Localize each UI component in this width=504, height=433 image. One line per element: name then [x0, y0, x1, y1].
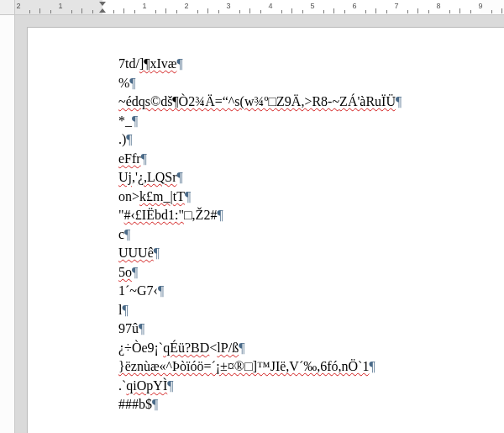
text-line[interactable]: UUUê¶: [118, 244, 504, 263]
text-run[interactable]: ,': [132, 170, 138, 184]
ruler-tick: [155, 10, 156, 13]
spellcheck-error[interactable]: ¿,LQSr: [138, 170, 177, 184]
ruler-tick: [470, 10, 471, 13]
ruler-tick: [50, 10, 51, 13]
ruler-tick: [134, 10, 135, 13]
text-line[interactable]: .`qiOpYÌ¶: [118, 377, 504, 396]
ruler-tick: [39, 8, 40, 13]
text-line[interactable]: 5o¶: [118, 263, 504, 283]
text-run[interactable]: 1´~G7‹: [118, 283, 158, 298]
text-run[interactable]: 97û: [118, 321, 139, 335]
ruler-tick: [81, 8, 82, 13]
text-line[interactable]: eFfr¶: [118, 150, 504, 169]
pilcrow-icon: ¶: [167, 378, 173, 393]
text-content[interactable]: 7td/]¶xIvæ¶%¶~édqs©dš¶Ò2¾Ä=“^s(w¾º□Z9Ä,>…: [118, 55, 504, 415]
pilcrow-icon: ¶: [154, 246, 160, 260]
workspace: 7td/]¶xIvæ¶%¶~édqs©dš¶Ò2¾Ä=“^s(w¾º□Z9Ä,>…: [15, 15, 504, 433]
pilcrow-icon: ¶: [158, 283, 164, 298]
ruler-corner: [0, 0, 15, 15]
text-run[interactable]: _: [125, 114, 132, 128]
vertical-ruler[interactable]: [0, 15, 15, 433]
spellcheck-error[interactable]: ZÁ'àRuÏÜ: [339, 94, 396, 108]
ruler-tick: [417, 8, 418, 13]
text-line[interactable]: "#‹£IËbd1:"□,Ž2#¶: [118, 206, 504, 225]
ruler-tick: [165, 8, 166, 13]
ruler-tick: [92, 10, 93, 13]
text-line[interactable]: 97û¶: [118, 319, 504, 339]
pilcrow-icon: ¶: [141, 151, 147, 166]
spellcheck-error[interactable]: k£m_: [139, 189, 170, 203]
spellcheck-error[interactable]: UUUê: [118, 246, 154, 260]
text-line[interactable]: %¶: [118, 74, 504, 93]
ruler-number: 2: [16, 2, 20, 10]
text-line[interactable]: 1´~G7‹¶: [118, 282, 504, 301]
ruler-tick: [197, 10, 198, 13]
spellcheck-error[interactable]: xIvæ: [150, 56, 176, 71]
text-line[interactable]: *_¶: [118, 112, 504, 131]
pilcrow-icon: ¶: [126, 132, 132, 146]
ruler-tick: [176, 10, 177, 13]
text-line[interactable]: ¿÷Òe9¡`qÉü?BD<lP/ß¶: [118, 339, 504, 358]
text-run[interactable]: <: [209, 341, 217, 355]
spellcheck-error[interactable]: eFfr: [118, 151, 141, 166]
ruler-number: 2: [184, 2, 188, 10]
ruler-number: 7: [394, 2, 398, 10]
ruler-number: 4: [268, 2, 272, 10]
text-run[interactable]: ###b$: [118, 397, 152, 411]
spellcheck-error[interactable]: }ëznùæ«^Þòïóö=´¡±¤®□]™JIë,V´‰,6fó,nÖ`1: [118, 359, 369, 373]
text-run[interactable]: *: [118, 114, 125, 128]
text-line[interactable]: }ëznùæ«^Þòïóö=´¡±¤®□]™JIë,V´‰,6fó,nÖ`1¶: [118, 357, 504, 377]
text-line[interactable]: l¶: [118, 301, 504, 320]
ruler-tick: [333, 8, 334, 13]
text-run[interactable]: □,Ž2#: [184, 208, 217, 222]
text-line[interactable]: ~édqs©dš¶Ò2¾Ä=“^s(w¾º□Z9Ä,>R8-~ZÁ'àRuÏÜ¶: [118, 92, 504, 112]
spellcheck-error[interactable]: Uj: [118, 170, 132, 184]
text-run[interactable]: on>: [118, 189, 139, 203]
spellcheck-error[interactable]: ~édqs©dš¶Ò2¾Ä=“^s(w¾º□Z9Ä,>R8-~: [118, 94, 339, 108]
text-line[interactable]: .)¶: [118, 130, 504, 150]
text-run[interactable]: %: [118, 76, 129, 90]
ruler-number: 3: [226, 2, 230, 10]
ruler-tick: [407, 10, 408, 13]
spellcheck-error[interactable]: qÉü?BD: [163, 341, 209, 355]
pilcrow-icon: ¶: [132, 114, 138, 128]
ruler-tick: [375, 8, 376, 13]
ruler-tick: [491, 10, 492, 13]
text-line[interactable]: 7td/]¶xIvæ¶: [118, 55, 504, 74]
ruler-tick: [218, 10, 219, 13]
text-run[interactable]: .`: [118, 378, 126, 393]
pilcrow-icon: ¶: [396, 94, 402, 108]
spellcheck-error[interactable]: lP/ß: [217, 341, 239, 355]
pilcrow-icon: ¶: [185, 189, 191, 203]
ruler-tick: [323, 10, 324, 13]
spellcheck-error[interactable]: qiOpYÌ: [126, 378, 167, 393]
page[interactable]: 7td/]¶xIvæ¶%¶~édqs©dš¶Ò2¾Ä=“^s(w¾º□Z9Ä,>…: [27, 27, 504, 433]
ruler-tick: [449, 10, 450, 13]
pilcrow-icon: ¶: [139, 321, 144, 335]
horizontal-ruler[interactable]: 21123456789: [15, 0, 504, 15]
spellcheck-error[interactable]: #‹£IËbd1:": [124, 208, 184, 222]
text-line[interactable]: Uj,'¿,LQSr¶: [118, 168, 504, 187]
ruler-tick: [501, 8, 502, 13]
text-run[interactable]: ¿÷Òe9¡`: [118, 341, 163, 355]
spellcheck-error[interactable]: 5o: [118, 265, 132, 279]
first-line-indent-marker[interactable]: [99, 2, 106, 6]
ruler-tick: [281, 10, 282, 13]
left-indent-marker[interactable]: [99, 8, 106, 13]
spellcheck-error[interactable]: ]¶: [139, 56, 150, 71]
ruler-number: 9: [478, 2, 482, 10]
text-line[interactable]: ###b$¶: [118, 395, 504, 415]
spellcheck-error[interactable]: tT: [173, 189, 185, 203]
ruler-tick: [249, 8, 250, 13]
ruler-tick: [29, 10, 30, 13]
text-line[interactable]: on>k£m_|tT¶: [118, 187, 504, 207]
ruler-tick: [207, 8, 208, 13]
ruler-number: 1: [142, 2, 146, 10]
ruler-number: 8: [436, 2, 440, 10]
ruler-tick: [239, 10, 240, 13]
ruler-tick: [344, 10, 345, 13]
text-run[interactable]: .): [118, 132, 126, 146]
text-run[interactable]: 7td/: [118, 56, 139, 71]
text-line[interactable]: c¶: [118, 225, 504, 245]
pilcrow-icon: ¶: [152, 397, 158, 411]
